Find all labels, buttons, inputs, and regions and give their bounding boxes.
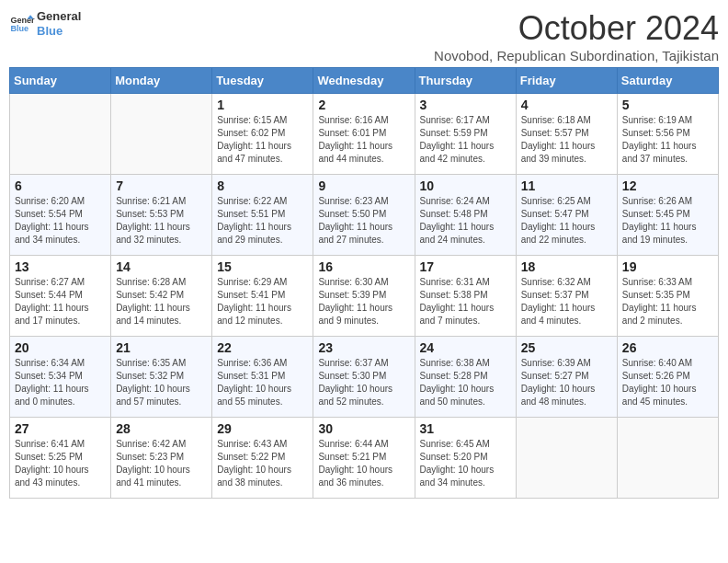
day-cell: 14Sunrise: 6:28 AM Sunset: 5:42 PM Dayli…: [111, 256, 212, 337]
day-number: 8: [217, 178, 308, 193]
day-cell: 4Sunrise: 6:18 AM Sunset: 5:57 PM Daylig…: [516, 94, 617, 175]
day-info: Sunrise: 6:18 AM Sunset: 5:57 PM Dayligh…: [521, 114, 612, 166]
week-row-2: 6Sunrise: 6:20 AM Sunset: 5:54 PM Daylig…: [10, 175, 719, 256]
day-number: 15: [217, 259, 308, 274]
day-info: Sunrise: 6:33 AM Sunset: 5:35 PM Dayligh…: [622, 276, 713, 327]
day-number: 16: [318, 259, 409, 274]
day-info: Sunrise: 6:38 AM Sunset: 5:28 PM Dayligh…: [420, 357, 511, 408]
day-info: Sunrise: 6:43 AM Sunset: 5:22 PM Dayligh…: [217, 438, 308, 489]
day-info: Sunrise: 6:21 AM Sunset: 5:53 PM Dayligh…: [116, 195, 207, 247]
month-title: October 2024: [434, 9, 719, 48]
week-row-5: 27Sunrise: 6:41 AM Sunset: 5:25 PM Dayli…: [10, 418, 719, 499]
day-number: 21: [116, 340, 207, 355]
day-number: 25: [521, 340, 612, 355]
day-number: 9: [318, 178, 409, 193]
day-cell: 20Sunrise: 6:34 AM Sunset: 5:34 PM Dayli…: [10, 337, 111, 418]
day-info: Sunrise: 6:30 AM Sunset: 5:39 PM Dayligh…: [318, 276, 409, 327]
day-number: 19: [622, 259, 713, 274]
logo: General Blue General Blue: [9, 9, 81, 38]
day-number: 7: [116, 178, 207, 193]
day-info: Sunrise: 6:20 AM Sunset: 5:54 PM Dayligh…: [15, 195, 106, 247]
header-friday: Friday: [516, 68, 617, 94]
day-cell: 12Sunrise: 6:26 AM Sunset: 5:45 PM Dayli…: [617, 175, 718, 256]
day-info: Sunrise: 6:40 AM Sunset: 5:26 PM Dayligh…: [622, 357, 713, 408]
day-info: Sunrise: 6:45 AM Sunset: 5:20 PM Dayligh…: [420, 438, 511, 489]
day-cell: 17Sunrise: 6:31 AM Sunset: 5:38 PM Dayli…: [415, 256, 516, 337]
day-info: Sunrise: 6:41 AM Sunset: 5:25 PM Dayligh…: [15, 438, 106, 489]
day-cell: 25Sunrise: 6:39 AM Sunset: 5:27 PM Dayli…: [516, 337, 617, 418]
header-monday: Monday: [111, 68, 212, 94]
day-cell: 15Sunrise: 6:29 AM Sunset: 5:41 PM Dayli…: [212, 256, 313, 337]
day-info: Sunrise: 6:26 AM Sunset: 5:45 PM Dayligh…: [622, 195, 713, 247]
day-info: Sunrise: 6:44 AM Sunset: 5:21 PM Dayligh…: [318, 438, 409, 489]
day-number: 24: [420, 340, 511, 355]
day-cell: 26Sunrise: 6:40 AM Sunset: 5:26 PM Dayli…: [617, 337, 718, 418]
day-info: Sunrise: 6:23 AM Sunset: 5:50 PM Dayligh…: [318, 195, 409, 247]
calendar-table: SundayMondayTuesdayWednesdayThursdayFrid…: [9, 67, 719, 499]
day-number: 13: [15, 259, 106, 274]
day-number: 18: [521, 259, 612, 274]
day-cell: 7Sunrise: 6:21 AM Sunset: 5:53 PM Daylig…: [111, 175, 212, 256]
day-number: 28: [116, 421, 207, 436]
day-info: Sunrise: 6:31 AM Sunset: 5:38 PM Dayligh…: [420, 276, 511, 327]
logo-blue-text: Blue: [37, 24, 81, 39]
day-cell: 6Sunrise: 6:20 AM Sunset: 5:54 PM Daylig…: [10, 175, 111, 256]
day-cell: 1Sunrise: 6:15 AM Sunset: 6:02 PM Daylig…: [212, 94, 313, 175]
day-number: 23: [318, 340, 409, 355]
day-number: 29: [217, 421, 308, 436]
day-number: 1: [217, 98, 308, 112]
day-cell: [516, 418, 617, 499]
day-info: Sunrise: 6:42 AM Sunset: 5:23 PM Dayligh…: [116, 438, 207, 489]
day-info: Sunrise: 6:35 AM Sunset: 5:32 PM Dayligh…: [116, 357, 207, 408]
day-number: 22: [217, 340, 308, 355]
header-wednesday: Wednesday: [313, 68, 415, 94]
day-cell: 21Sunrise: 6:35 AM Sunset: 5:32 PM Dayli…: [111, 337, 212, 418]
day-number: 10: [420, 178, 511, 193]
day-number: 11: [521, 178, 612, 193]
title-block: October 2024 Novobod, Republican Subordi…: [434, 9, 719, 63]
day-cell: 9Sunrise: 6:23 AM Sunset: 5:50 PM Daylig…: [313, 175, 415, 256]
day-cell: 27Sunrise: 6:41 AM Sunset: 5:25 PM Dayli…: [10, 418, 111, 499]
day-cell: 8Sunrise: 6:22 AM Sunset: 5:51 PM Daylig…: [212, 175, 313, 256]
day-number: 12: [622, 178, 713, 193]
day-cell: [10, 94, 111, 175]
day-number: 17: [420, 259, 511, 274]
day-cell: 11Sunrise: 6:25 AM Sunset: 5:47 PM Dayli…: [516, 175, 617, 256]
day-cell: 23Sunrise: 6:37 AM Sunset: 5:30 PM Dayli…: [313, 337, 415, 418]
page-header: General Blue General Blue October 2024 N…: [9, 9, 719, 63]
day-cell: 28Sunrise: 6:42 AM Sunset: 5:23 PM Dayli…: [111, 418, 212, 499]
day-number: 26: [622, 340, 713, 355]
week-row-3: 13Sunrise: 6:27 AM Sunset: 5:44 PM Dayli…: [10, 256, 719, 337]
day-cell: 19Sunrise: 6:33 AM Sunset: 5:35 PM Dayli…: [617, 256, 718, 337]
day-number: 6: [15, 178, 106, 193]
day-cell: 3Sunrise: 6:17 AM Sunset: 5:59 PM Daylig…: [415, 94, 516, 175]
day-info: Sunrise: 6:17 AM Sunset: 5:59 PM Dayligh…: [420, 114, 511, 166]
day-cell: 31Sunrise: 6:45 AM Sunset: 5:20 PM Dayli…: [415, 418, 516, 499]
day-cell: [617, 418, 718, 499]
location-subtitle: Novobod, Republican Subordination, Tajik…: [434, 48, 719, 63]
day-cell: 13Sunrise: 6:27 AM Sunset: 5:44 PM Dayli…: [10, 256, 111, 337]
day-info: Sunrise: 6:19 AM Sunset: 5:56 PM Dayligh…: [622, 114, 713, 166]
logo-icon: General Blue: [9, 11, 35, 37]
day-number: 27: [15, 421, 106, 436]
day-number: 20: [15, 340, 106, 355]
day-info: Sunrise: 6:24 AM Sunset: 5:48 PM Dayligh…: [420, 195, 511, 247]
day-cell: [111, 94, 212, 175]
day-cell: 5Sunrise: 6:19 AM Sunset: 5:56 PM Daylig…: [617, 94, 718, 175]
day-info: Sunrise: 6:34 AM Sunset: 5:34 PM Dayligh…: [15, 357, 106, 408]
day-number: 14: [116, 259, 207, 274]
day-number: 30: [318, 421, 409, 436]
day-cell: 22Sunrise: 6:36 AM Sunset: 5:31 PM Dayli…: [212, 337, 313, 418]
day-number: 5: [622, 98, 713, 112]
day-cell: 24Sunrise: 6:38 AM Sunset: 5:28 PM Dayli…: [415, 337, 516, 418]
header-thursday: Thursday: [415, 68, 516, 94]
day-number: 3: [420, 98, 511, 112]
day-number: 4: [521, 98, 612, 112]
day-cell: 30Sunrise: 6:44 AM Sunset: 5:21 PM Dayli…: [313, 418, 415, 499]
day-info: Sunrise: 6:39 AM Sunset: 5:27 PM Dayligh…: [521, 357, 612, 408]
day-info: Sunrise: 6:29 AM Sunset: 5:41 PM Dayligh…: [217, 276, 308, 327]
day-info: Sunrise: 6:32 AM Sunset: 5:37 PM Dayligh…: [521, 276, 612, 327]
day-info: Sunrise: 6:37 AM Sunset: 5:30 PM Dayligh…: [318, 357, 409, 408]
header-sunday: Sunday: [10, 68, 111, 94]
day-cell: 16Sunrise: 6:30 AM Sunset: 5:39 PM Dayli…: [313, 256, 415, 337]
